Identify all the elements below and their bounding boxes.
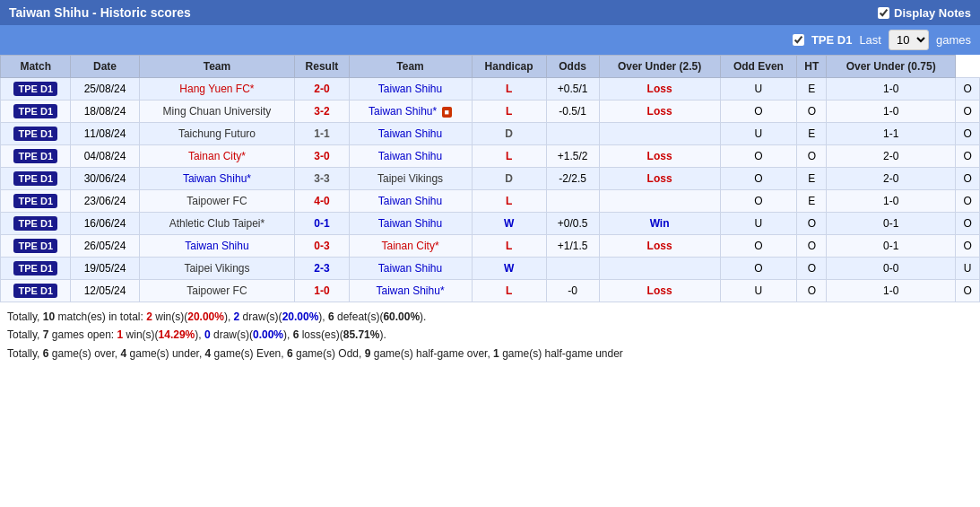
result-cell: 1-0 xyxy=(295,280,349,302)
result-cell: 3-3 xyxy=(295,168,349,190)
wdl-cell: L xyxy=(472,280,546,302)
league-badge-cell: TPE D1 xyxy=(1,123,71,145)
team-home-cell: Taichung Futuro xyxy=(139,123,295,145)
date-cell: 18/08/24 xyxy=(71,101,139,123)
odd-even-cell: E xyxy=(797,190,827,213)
table-row: TPE D112/05/24Taipower FC1-0Taiwan Shihu… xyxy=(1,280,980,302)
team-home-cell: Taipower FC xyxy=(139,280,295,302)
page-title: Taiwan Shihu - Historic scores xyxy=(9,5,191,20)
filter-bar: TPE D1 Last 10 5 20 games xyxy=(0,25,980,55)
handicap-cell: -0 xyxy=(546,280,599,302)
over-under-075-cell: U xyxy=(956,258,980,280)
league-badge: TPE D1 xyxy=(13,171,57,186)
odd-even-cell: O xyxy=(797,213,827,235)
result-cell: 3-0 xyxy=(295,145,349,168)
footer-line3: Totally, 6 game(s) over, 4 game(s) under… xyxy=(7,345,973,363)
team-away-cell: Taiwan Shihu xyxy=(349,78,472,101)
odd-even-cell: O xyxy=(797,258,827,280)
handicap-cell: +1/1.5 xyxy=(546,235,599,258)
result-cell: 4-0 xyxy=(295,190,349,213)
col-result: Result xyxy=(295,56,349,78)
over-under-075-cell: O xyxy=(956,213,980,235)
footer-line2: Totally, 7 games open: 1 win(s)(14.29%),… xyxy=(7,326,973,344)
league-badge-cell: TPE D1 xyxy=(1,78,71,101)
display-notes-checkbox[interactable] xyxy=(878,7,889,19)
team-away-cell: Taipei Vikings xyxy=(349,168,472,190)
over-under-cell: O xyxy=(720,190,797,213)
league-badge: TPE D1 xyxy=(13,194,57,208)
league-badge-cell: TPE D1 xyxy=(1,101,71,123)
wdl-cell: L xyxy=(472,190,546,213)
wdl-cell: L xyxy=(472,101,546,123)
display-notes-label: Display Notes xyxy=(894,6,971,20)
over-under-cell: O xyxy=(720,235,797,258)
table-row: TPE D125/08/24Hang Yuen FC*2-0Taiwan Shi… xyxy=(1,78,980,101)
ht-cell: 1-1 xyxy=(827,123,956,145)
team-home-cell: Taipower FC xyxy=(139,190,295,213)
wdl-cell: D xyxy=(472,168,546,190)
ht-cell: 0-1 xyxy=(827,235,956,258)
league-badge: TPE D1 xyxy=(13,127,57,141)
odds-cell: Loss xyxy=(599,280,720,302)
team-home-cell: Hang Yuen FC* xyxy=(139,78,295,101)
league-badge: TPE D1 xyxy=(13,149,57,163)
table-row: TPE D119/05/24Taipei Vikings2-3Taiwan Sh… xyxy=(1,258,980,280)
league-badge-cell: TPE D1 xyxy=(1,168,71,190)
over-under-075-cell: O xyxy=(956,145,980,168)
over-under-cell: U xyxy=(720,123,797,145)
result-cell: 2-0 xyxy=(295,78,349,101)
table-body: TPE D125/08/24Hang Yuen FC*2-0Taiwan Shi… xyxy=(1,78,980,302)
ht-cell: 1-0 xyxy=(827,280,956,302)
league-badge: TPE D1 xyxy=(13,216,57,231)
odds-cell xyxy=(599,190,720,213)
date-cell: 30/06/24 xyxy=(71,168,139,190)
league-badge: TPE D1 xyxy=(13,82,57,96)
header: Taiwan Shihu - Historic scores Display N… xyxy=(0,0,980,25)
date-cell: 26/05/24 xyxy=(71,235,139,258)
col-odd-even: Odd Even xyxy=(720,56,797,78)
handicap-cell xyxy=(546,123,599,145)
odd-even-cell: E xyxy=(797,78,827,101)
team-home-cell: Tainan City* xyxy=(139,145,295,168)
team-away-cell: Taiwan Shihu* xyxy=(349,280,472,302)
wdl-cell: L xyxy=(472,78,546,101)
col-team-home: Team xyxy=(139,56,295,78)
result-cell: 2-3 xyxy=(295,258,349,280)
table-header-row: Match Date Team Result Team Handicap Odd… xyxy=(1,56,980,78)
team-home-cell: Taiwan Shihu* xyxy=(139,168,295,190)
date-cell: 04/08/24 xyxy=(71,145,139,168)
odds-cell: Loss xyxy=(599,145,720,168)
date-cell: 19/05/24 xyxy=(71,258,139,280)
odds-cell xyxy=(599,258,720,280)
wdl-cell: W xyxy=(472,258,546,280)
note-icon: ■ xyxy=(442,107,452,118)
league-label: TPE D1 xyxy=(811,33,853,47)
league-badge: TPE D1 xyxy=(13,261,57,275)
team-away-cell: Taiwan Shihu xyxy=(349,190,472,213)
wdl-cell: D xyxy=(472,123,546,145)
result-cell: 3-2 xyxy=(295,101,349,123)
last-games-select[interactable]: 10 5 20 xyxy=(889,30,929,50)
date-cell: 25/08/24 xyxy=(71,78,139,101)
league-filter-checkbox[interactable] xyxy=(793,34,804,46)
odds-cell: Win xyxy=(599,213,720,235)
odds-cell xyxy=(599,123,720,145)
table-row: TPE D118/08/24Ming Chuan University3-2Ta… xyxy=(1,101,980,123)
team-home-cell: Ming Chuan University xyxy=(139,101,295,123)
odd-even-cell: O xyxy=(797,101,827,123)
result-cell: 0-1 xyxy=(295,213,349,235)
ht-cell: 2-0 xyxy=(827,145,956,168)
col-date: Date xyxy=(71,56,139,78)
wdl-cell: W xyxy=(472,213,546,235)
over-under-075-cell: O xyxy=(956,101,980,123)
handicap-cell: -0.5/1 xyxy=(546,101,599,123)
league-badge-cell: TPE D1 xyxy=(1,190,71,213)
odd-even-cell: O xyxy=(797,235,827,258)
odd-even-cell: O xyxy=(797,280,827,302)
last-label: Last xyxy=(859,33,881,47)
col-handicap: Handicap xyxy=(472,56,546,78)
league-badge: TPE D1 xyxy=(13,284,57,298)
league-badge-cell: TPE D1 xyxy=(1,235,71,258)
table-row: TPE D130/06/24Taiwan Shihu*3-3Taipei Vik… xyxy=(1,168,980,190)
ht-cell: 1-0 xyxy=(827,101,956,123)
